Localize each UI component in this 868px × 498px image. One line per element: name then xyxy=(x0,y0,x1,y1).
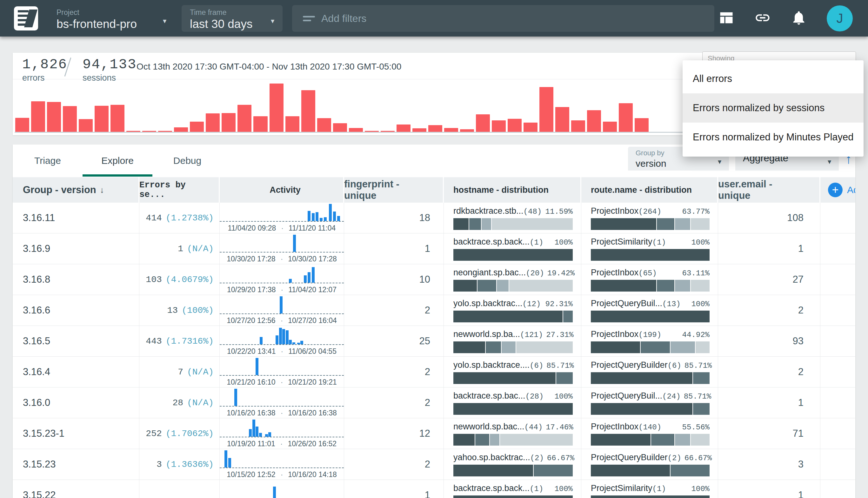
histogram-bar[interactable] xyxy=(253,116,267,132)
route-name-distribution-bar xyxy=(591,280,710,291)
hostname-name: neongiant.sp.bac... xyxy=(453,268,526,278)
column-header-4[interactable]: fingerprint - unique xyxy=(344,177,444,202)
route-name-distribution: ProjectInbox(199)44.92% xyxy=(591,329,710,353)
column-header-2[interactable]: Errors by se... xyxy=(139,177,220,202)
errors-value: 443 xyxy=(146,336,162,346)
histogram-bar[interactable] xyxy=(142,131,156,132)
activity-end-date: 10/30/20 17:28 xyxy=(288,255,336,263)
histogram-bar[interactable] xyxy=(95,106,109,132)
histogram-bar[interactable] xyxy=(444,128,458,132)
errors-percent: (N/A) xyxy=(187,367,214,377)
histogram-bar[interactable] xyxy=(603,122,617,132)
hostname-count: (12) xyxy=(523,300,541,309)
hostname-count: (20) xyxy=(526,269,544,278)
column-header-6[interactable]: route.name - distribution xyxy=(581,177,718,202)
add-filters-input[interactable]: Add filters xyxy=(292,5,715,32)
histogram-bar[interactable] xyxy=(158,131,172,132)
column-header-5[interactable]: hostname - distribution xyxy=(444,177,581,202)
histogram-bar[interactable] xyxy=(380,131,395,132)
histogram-bar[interactable] xyxy=(301,90,315,132)
hostname-distribution: newworld.sp.bac...(44)17.46% xyxy=(453,422,573,446)
histogram-bar[interactable] xyxy=(476,114,490,132)
histogram-bar[interactable] xyxy=(571,120,585,132)
version-value: 3.16.5 xyxy=(23,336,50,347)
histogram-bar[interactable] xyxy=(79,119,93,132)
showing-option[interactable]: Errors normalized by sessions xyxy=(683,93,864,122)
user-avatar[interactable]: J xyxy=(827,5,853,31)
user-email-unique-value: 2 xyxy=(798,366,803,378)
histogram-bar[interactable] xyxy=(47,102,61,132)
table-row[interactable]: 3.16.8103(4.0679%)10/29/20 17:38·11/04/2… xyxy=(13,264,855,295)
histogram-bar[interactable] xyxy=(492,120,506,132)
histogram-bar[interactable] xyxy=(126,131,140,132)
table-row[interactable]: 3.15.221backtrace.sp.back...(1)100%Proje… xyxy=(13,480,855,498)
histogram-bar[interactable] xyxy=(110,105,124,132)
histogram-bar[interactable] xyxy=(349,128,363,132)
table-row[interactable]: 3.15.233(1.3636%)10/15/20 12:52·10/16/20… xyxy=(13,449,855,480)
table-row[interactable]: 3.15.23-1252(1.7062%)10/19/20 11:01·10/2… xyxy=(13,418,855,449)
histogram-bar[interactable] xyxy=(238,105,252,132)
table-row[interactable]: 3.16.5443(1.7316%)10/22/20 13:41·11/06/2… xyxy=(13,326,855,357)
table-row[interactable]: 3.16.613(100%)10/27/20 12:56·10/27/20 16… xyxy=(13,295,855,326)
activity-end-date: 10/27/20 16:04 xyxy=(288,316,336,325)
route-name-distribution: ProjectQueryBuilder(2)66.67% xyxy=(591,453,710,476)
column-header-1[interactable]: Group - version↓ xyxy=(13,177,139,202)
fingerprint-unique-value: 2 xyxy=(425,459,430,470)
histogram-bar[interactable] xyxy=(635,118,649,132)
hostname-percent: 11.59% xyxy=(542,207,573,216)
histogram-bar[interactable] xyxy=(365,131,379,132)
column-header-7[interactable]: user.email - unique xyxy=(718,177,820,202)
hostname-distribution-bar xyxy=(453,249,573,261)
histogram-bar[interactable] xyxy=(539,87,553,132)
activity-start-date: 10/27/20 12:56 xyxy=(227,316,275,325)
version-value: 3.16.9 xyxy=(23,243,50,254)
histogram-bar[interactable] xyxy=(174,127,188,132)
histogram-bar[interactable] xyxy=(460,129,474,132)
histogram-bar[interactable] xyxy=(269,83,283,132)
errors-value: 28 xyxy=(172,398,183,408)
hostname-percent: 27.31% xyxy=(543,331,573,339)
activity-sparkline: 10/15/20 12:52·10/16/20 14:18 xyxy=(220,450,344,479)
tab-triage[interactable]: Triage xyxy=(13,144,82,176)
link-icon[interactable] xyxy=(755,10,771,27)
hostname-name: newworld.sp.ba... xyxy=(453,329,520,339)
hostname-distribution: backtrace.sp.back...(1)100% xyxy=(453,483,573,498)
histogram-bar[interactable] xyxy=(31,101,45,132)
dashboard-layout-icon[interactable] xyxy=(718,10,735,27)
errors-value: 414 xyxy=(146,213,162,223)
histogram-bar[interactable] xyxy=(285,116,299,132)
column-header-3[interactable]: Activity xyxy=(220,177,344,202)
showing-option[interactable]: All errors xyxy=(683,64,864,93)
histogram-bar[interactable] xyxy=(190,122,204,132)
histogram-bar[interactable] xyxy=(15,118,29,132)
histogram-bar[interactable] xyxy=(63,106,77,132)
histogram-bar[interactable] xyxy=(619,103,633,132)
timeframe-selector[interactable]: Time frame last 30 days ▼ xyxy=(182,5,283,32)
histogram-bar[interactable] xyxy=(317,118,331,132)
tab-explore[interactable]: Explore xyxy=(82,144,152,176)
table-row[interactable]: 3.16.91(N/A)10/30/20 17:28·10/30/20 17:2… xyxy=(13,233,855,264)
histogram-bar[interactable] xyxy=(206,114,220,132)
histogram-bar[interactable] xyxy=(428,125,442,132)
histogram-bar[interactable] xyxy=(333,123,347,132)
histogram-bar[interactable] xyxy=(508,119,522,132)
histogram-bar[interactable] xyxy=(397,124,411,132)
activity-sparkline: 10/29/20 17:38·11/04/20 12:07 xyxy=(220,265,344,294)
tab-debug[interactable]: Debug xyxy=(152,144,222,176)
histogram-bar[interactable] xyxy=(555,107,569,132)
histogram-bar[interactable] xyxy=(523,122,537,132)
table-row[interactable]: 3.16.028(N/A)10/16/20 16:38·10/16/20 16:… xyxy=(13,388,855,418)
histogram-bar[interactable] xyxy=(587,110,601,132)
hostname-name: rdkbacktrace.stb... xyxy=(453,206,523,216)
filter-icon xyxy=(303,14,316,24)
showing-option[interactable]: Errors normalized by Minutes Played xyxy=(683,122,864,152)
histogram-bar[interactable] xyxy=(412,128,426,132)
notifications-bell-icon[interactable] xyxy=(790,10,807,27)
route-name-name: ProjectQueryBuilder xyxy=(591,453,668,462)
route-name-distribution-bar xyxy=(591,249,710,261)
project-selector[interactable]: Project bs-frontend-pro ▼ xyxy=(56,5,168,32)
table-row[interactable]: 3.16.11414(1.2738%)11/04/20 09:28·11/11/… xyxy=(13,202,855,233)
add-column-button[interactable]: +Add xyxy=(820,177,855,202)
table-row[interactable]: 3.16.47(N/A)10/21/20 16:10·10/21/20 19:2… xyxy=(13,357,855,388)
histogram-bar[interactable] xyxy=(222,113,236,132)
